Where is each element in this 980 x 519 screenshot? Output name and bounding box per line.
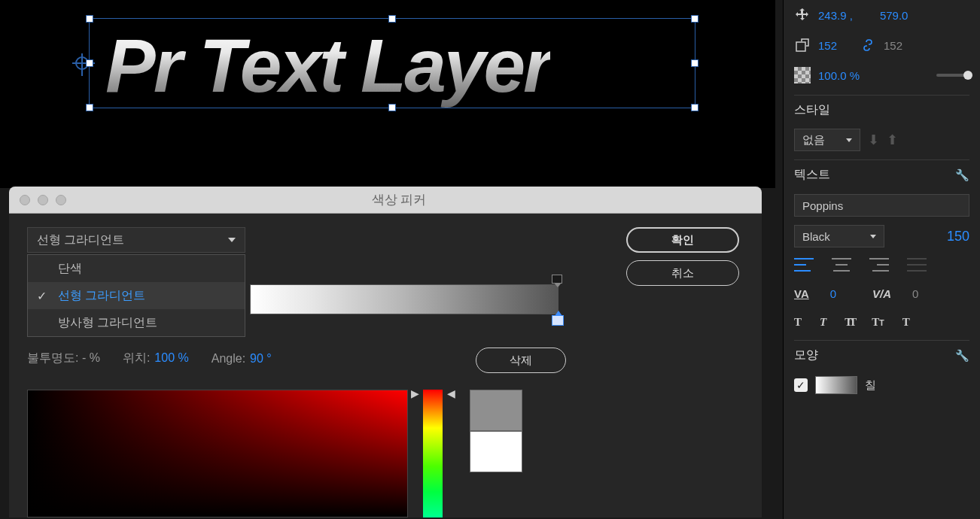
tracking-value[interactable]: 0 [830,287,836,300]
cancel-button[interactable]: 취소 [626,260,739,286]
resize-handle[interactable] [388,15,396,23]
wrench-icon[interactable]: 🔧 [955,349,969,363]
hue-pointer-right-icon: ◀ [447,387,455,399]
font-weight-dropdown[interactable]: Black [794,225,884,247]
fill-label: 칠 [865,378,876,393]
selection-bounds[interactable] [89,18,695,108]
gradient-type-value: 선형 그라디언트 [37,232,124,248]
chevron-down-icon [870,235,876,238]
position-value[interactable]: 100 % [154,351,188,364]
move-down-icon[interactable]: ⬇ [868,132,879,148]
gradient-values-row: 불투명도: - % 위치:100 % Angle:90 ° [27,351,272,366]
smallcaps-icon[interactable]: TT [872,316,884,329]
properties-panel: 243.9 , 579.0 152 152 100.0 % 스타일 없음 ⬇ ⬆… [783,0,980,519]
angle-value[interactable]: 90 ° [250,352,272,365]
angle-label: Angle: [212,352,245,365]
style-section-title: 스타일 [794,95,969,125]
chevron-down-icon [846,138,852,142]
fill-swatch[interactable] [815,376,857,394]
tracking-icon: VA [794,287,809,300]
resize-handle[interactable] [691,59,698,67]
opacity-slider[interactable] [936,74,969,77]
hue-slider[interactable] [423,390,443,517]
position-label: 위치: [123,351,150,364]
gradient-type-dropdown-list: 단색 선형 그라디언트 방사형 그라디언트 [27,254,245,337]
kerning-value[interactable]: 0 [912,287,918,300]
align-left-icon[interactable] [794,258,814,272]
position-x[interactable]: 243.9 , [818,9,853,22]
current-color-swatch[interactable] [470,390,522,431]
kerning-icon: V/A [872,287,891,300]
window-title: 색상 피커 [66,191,762,208]
link-icon[interactable] [860,37,876,53]
align-center-icon[interactable] [832,258,851,272]
fill-checkbox[interactable]: ✓ [794,378,808,392]
scale-icon [794,37,811,53]
position-y[interactable]: 579.0 [880,9,908,22]
align-right-icon[interactable] [869,258,889,272]
ok-button[interactable]: 확인 [626,227,739,253]
align-justify-icon[interactable] [907,258,927,272]
svg-rect-0 [796,42,805,51]
gradient-preview-bar[interactable] [250,284,558,314]
superscript-icon[interactable]: T [902,316,910,329]
move-up-icon[interactable]: ⬆ [887,132,898,148]
opacity-icon [794,67,811,83]
gradient-type-select[interactable]: 선형 그라디언트 단색 선형 그라디언트 방사형 그라디언트 [27,227,245,253]
canvas-area[interactable]: Pr Text Layer [0,0,775,188]
saturation-brightness-field[interactable] [27,390,408,517]
resize-handle[interactable] [86,15,93,23]
previous-color-swatch[interactable] [470,431,522,472]
allcaps-icon[interactable]: TT [845,316,854,329]
bold-icon[interactable]: T [794,316,802,329]
traffic-light-close[interactable] [20,195,30,205]
scale-w[interactable]: 152 [818,39,837,52]
option-radial-gradient[interactable]: 방사형 그라디언트 [28,309,245,336]
text-section-title: 텍스트🔧 [794,159,969,190]
wrench-icon[interactable]: 🔧 [955,168,969,182]
italic-icon[interactable]: T [820,316,826,329]
resize-handle[interactable] [86,104,93,111]
font-size[interactable]: 150 [947,229,969,244]
window-titlebar[interactable]: 색상 피커 [9,187,762,214]
resize-handle[interactable] [86,59,93,67]
gradient-opacity-stop[interactable] [552,275,562,284]
delete-button[interactable]: 삭제 [476,348,566,373]
hue-pointer-left-icon: ▶ [411,387,419,399]
shape-section-title: 모양🔧 [794,340,969,370]
resize-handle[interactable] [691,15,698,23]
resize-handle[interactable] [388,104,396,111]
opacity-label: 불투명도: - % [27,351,100,366]
resize-handle[interactable] [691,104,698,111]
option-solid[interactable]: 단색 [28,255,245,282]
opacity-value[interactable]: 100.0 % [818,69,860,82]
font-family-dropdown[interactable]: Poppins [794,194,969,217]
color-picker-window: 색상 피커 선형 그라디언트 단색 선형 그라디언트 방사형 그라디언트 불투명… [9,187,762,517]
traffic-light-minimize[interactable] [38,195,48,205]
style-preset-dropdown[interactable]: 없음 [794,129,860,151]
chevron-down-icon [228,238,236,242]
option-linear-gradient[interactable]: 선형 그라디언트 [28,282,245,309]
traffic-light-zoom[interactable] [56,195,66,205]
scale-h[interactable]: 152 [884,39,902,52]
gradient-color-stop[interactable] [552,315,564,326]
move-icon [794,7,811,23]
